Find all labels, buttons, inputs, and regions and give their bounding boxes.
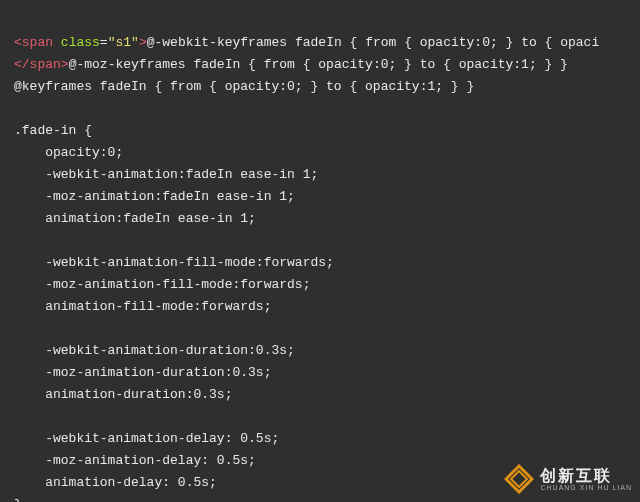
code-line: @keyframes fadeIn { from { opacity:0; } … (14, 79, 474, 94)
code-line: -webkit-animation-delay: 0.5s; (14, 431, 279, 446)
tag-open-bracket: < (14, 35, 22, 50)
code-line: <span class="s1">@-webkit-keyframes fade… (14, 35, 599, 50)
equals: = (100, 35, 108, 50)
blank-line (14, 321, 22, 336)
blank-line (14, 233, 22, 248)
code-line: animation-delay: 0.5s; (14, 475, 217, 490)
watermark-pinyin: CHUANG XIN HU LIAN (540, 484, 632, 491)
watermark: 创新互联 CHUANG XIN HU LIAN (504, 464, 632, 494)
code-line: opacity:0; (14, 145, 123, 160)
watermark-cn: 创新互联 (540, 468, 632, 484)
code-text: @-webkit-keyframes fadeIn { from { opaci… (147, 35, 599, 50)
code-line: -webkit-animation-duration:0.3s; (14, 343, 295, 358)
tag-close-bracket: > (61, 57, 69, 72)
code-line: animation:fadeIn ease-in 1; (14, 211, 256, 226)
blank-line (14, 101, 22, 116)
code-block: <span class="s1">@-webkit-keyframes fade… (0, 0, 640, 502)
code-line: -moz-animation-delay: 0.5s; (14, 453, 256, 468)
code-line: -moz-animation:fadeIn ease-in 1; (14, 189, 295, 204)
tag-close-bracket: > (139, 35, 147, 50)
code-line: -moz-animation-fill-mode:forwards; (14, 277, 310, 292)
attr-name: class (61, 35, 100, 50)
code-line: -webkit-animation:fadeIn ease-in 1; (14, 167, 318, 182)
code-line: animation-fill-mode:forwards; (14, 299, 271, 314)
code-line: -moz-animation-duration:0.3s; (14, 365, 271, 380)
watermark-logo-icon (504, 464, 534, 494)
attr-value: "s1" (108, 35, 139, 50)
code-line: </span>@-moz-keyframes fadeIn { from { o… (14, 57, 568, 72)
space (53, 35, 61, 50)
code-line: animation-duration:0.3s; (14, 387, 232, 402)
tag-name-open: span (22, 35, 53, 50)
watermark-text: 创新互联 CHUANG XIN HU LIAN (540, 468, 632, 491)
code-line: .fade-in { (14, 123, 92, 138)
code-text: @-moz-keyframes fadeIn { from { opacity:… (69, 57, 568, 72)
tag-name-close: span (30, 57, 61, 72)
code-line: -webkit-animation-fill-mode:forwards; (14, 255, 334, 270)
blank-line (14, 409, 22, 424)
code-line: } (14, 497, 22, 502)
tag-open-bracket-close: </ (14, 57, 30, 72)
